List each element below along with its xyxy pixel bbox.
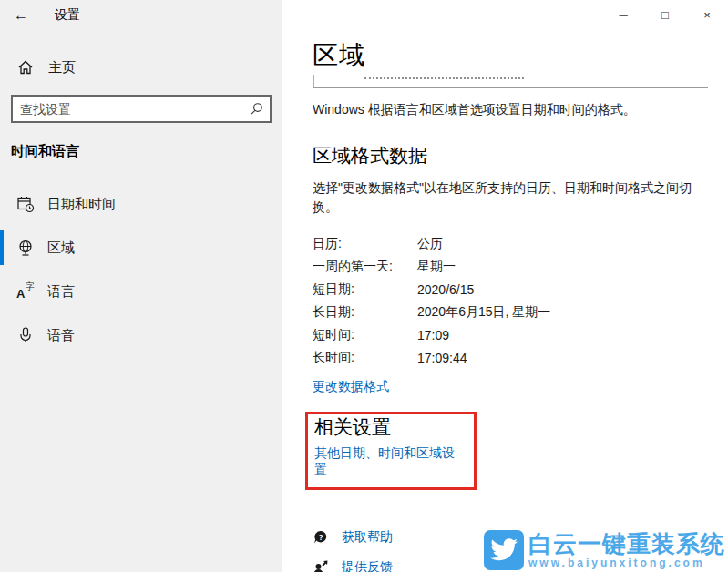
- row-value: 17:09:44: [417, 351, 467, 365]
- globe-icon: [16, 239, 35, 257]
- search-box: [11, 95, 272, 123]
- change-data-formats-link[interactable]: 更改数据格式: [313, 379, 389, 395]
- sidebar-item-label: 语言: [47, 283, 75, 301]
- send-feedback-link[interactable]: 提供反馈: [342, 559, 393, 572]
- microphone-icon: [16, 326, 35, 344]
- get-help-link[interactable]: 获取帮助: [342, 529, 393, 546]
- intro-text: Windows 根据语言和区域首选项设置日期和时间的格式。: [313, 102, 706, 118]
- sidebar-item-label: 日期和时间: [47, 196, 116, 213]
- row-label: 长时间:: [313, 350, 417, 366]
- sidebar-item-date-time[interactable]: 日期和时间: [0, 182, 282, 226]
- clipped-text-fragment: [364, 77, 524, 79]
- titlebar-left: ← 设置: [0, 0, 282, 31]
- sidebar: ← 设置 主页 时间和语言: [0, 0, 282, 572]
- row-label: 日历:: [313, 236, 417, 252]
- row-value: 17:09: [417, 328, 449, 342]
- search-icon[interactable]: [242, 101, 270, 117]
- sidebar-nav: 日期和时间 区域 A字: [0, 182, 282, 357]
- language-icon: A字: [16, 282, 35, 301]
- row-label: 短日期:: [313, 281, 417, 298]
- minimize-button[interactable]: ─: [602, 0, 644, 29]
- sidebar-item-label: 语音: [47, 327, 75, 344]
- bird-logo-icon: [484, 530, 524, 570]
- svg-text:?: ?: [318, 533, 323, 542]
- main-content: ─ □ × 区域 Windows 根据语言和区域首选项设置日期和时间的格式。 区…: [282, 0, 728, 572]
- row-value: 星期一: [417, 259, 456, 275]
- watermark-url: www.baiyunxitong.com: [528, 557, 725, 569]
- table-row: 短日期: 2020/6/15: [313, 278, 706, 301]
- sidebar-item-region[interactable]: 区域: [0, 226, 282, 270]
- close-button[interactable]: ×: [686, 0, 728, 29]
- row-value: 公历: [417, 236, 443, 252]
- additional-date-time-region-settings-link[interactable]: 其他日期、时间和区域设置: [314, 445, 467, 478]
- table-row: 短时间: 17:09: [313, 323, 706, 346]
- related-settings-title: 相关设置: [314, 415, 467, 439]
- section-description: 选择"更改数据格式"以在地区所支持的日历、日期和时间格式之间切换。: [313, 179, 702, 217]
- selected-accent-bar: [0, 230, 4, 265]
- table-row: 长时间: 17:09:44: [313, 346, 706, 369]
- calendar-clock-icon: [16, 195, 35, 213]
- window-controls: ─ □ ×: [602, 0, 728, 29]
- sidebar-item-label: 主页: [48, 59, 76, 77]
- watermark-title: 白云一键重装系统: [528, 532, 725, 557]
- page-title: 区域: [313, 40, 706, 71]
- format-table: 日历: 公历 一周的第一天: 星期一 短日期: 2020/6/15 长日期: 2…: [313, 232, 706, 369]
- help-bubble-icon: ?: [313, 529, 329, 546]
- search-input[interactable]: [13, 102, 242, 117]
- back-button[interactable]: ←: [0, 0, 42, 31]
- table-row: 一周的第一天: 星期一: [313, 255, 706, 278]
- sidebar-item-label: 区域: [47, 240, 75, 257]
- watermark: 白云一键重装系统 www.baiyunxitong.com: [484, 530, 725, 570]
- row-value: 2020年6月15日, 星期一: [417, 304, 550, 321]
- annotation-box: 相关设置 其他日期、时间和区域设置: [305, 412, 477, 490]
- table-row: 长日期: 2020年6月15日, 星期一: [313, 301, 706, 323]
- feedback-person-icon: [313, 559, 329, 572]
- app-title: 设置: [55, 7, 80, 24]
- maximize-button[interactable]: □: [644, 0, 686, 29]
- table-row: 日历: 公历: [313, 232, 706, 255]
- watermark-text: 白云一键重装系统 www.baiyunxitong.com: [528, 532, 725, 569]
- sidebar-item-home[interactable]: 主页: [16, 53, 282, 82]
- sidebar-item-language[interactable]: A字 语言: [0, 270, 282, 313]
- row-label: 一周的第一天:: [313, 259, 417, 275]
- settings-window: ← 设置 主页 时间和语言: [0, 0, 728, 572]
- section-title-format-data: 区域格式数据: [313, 144, 706, 168]
- row-label: 长日期:: [313, 304, 417, 321]
- sidebar-section-title: 时间和语言: [11, 143, 282, 160]
- row-value: 2020/6/15: [417, 282, 474, 297]
- row-label: 短时间:: [313, 327, 417, 343]
- sidebar-item-speech[interactable]: 语音: [0, 313, 282, 357]
- region-format-combobox-clipped[interactable]: [313, 75, 708, 88]
- home-icon: [16, 58, 35, 77]
